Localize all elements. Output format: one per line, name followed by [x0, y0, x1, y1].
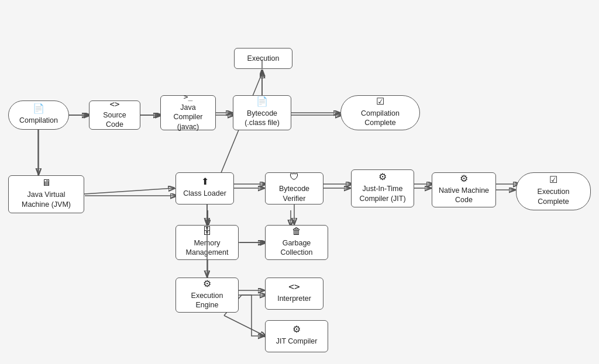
bytecode-label: Bytecode(.class file) — [245, 109, 280, 128]
bytecode-node: 📄 Bytecode(.class file) — [233, 95, 291, 130]
memory-label: MemoryManagement — [186, 238, 229, 258]
exec-complete-icon: ☑ — [549, 175, 557, 185]
jit2-icon: ⚙ — [292, 325, 301, 334]
source-code-label: Source Code — [95, 110, 134, 130]
bytecode-verifier-label: BytecodeVerifier — [279, 184, 309, 203]
interpreter-node: <> Interpreter — [265, 278, 323, 310]
class-loader-node: ⬆ Class Loader — [175, 172, 234, 204]
jit2-label: JIT Compiler — [276, 337, 318, 346]
interpreter-icon: <> — [288, 282, 300, 292]
bytecode-verifier-icon: 🛡 — [290, 172, 299, 182]
jvm-icon: 🖥 — [42, 178, 51, 188]
native-code-label: Native MachineCode — [439, 186, 489, 205]
bytecode-verifier-node: 🛡 BytecodeVerifier — [265, 172, 323, 204]
diagram: Execution 📄 Compilation <> Source Code >… — [0, 0, 599, 364]
interpreter-label: Interpreter — [277, 294, 311, 303]
compilation-complete-label: CompilationComplete — [361, 109, 400, 128]
jit-compiler-node: ⚙ Just-In-TimeCompiler (JIT) — [351, 169, 414, 207]
svg-line-29 — [84, 188, 174, 194]
svg-line-21 — [224, 316, 265, 336]
execution-engine-node: ⚙ ExecutionEngine — [175, 278, 239, 313]
gc-label: GarbageCollection — [281, 238, 313, 258]
exec-engine-label: ExecutionEngine — [191, 291, 223, 310]
native-code-icon: ⚙ — [460, 174, 468, 183]
jvm-label: Java VirtualMachine (JVM) — [22, 190, 71, 209]
execution-complete-node: ☑ ExecutionComplete — [516, 172, 591, 210]
exec-complete-label: ExecutionComplete — [538, 187, 570, 206]
compilation-label: Compilation — [19, 116, 58, 125]
jit-compiler2-node: ⚙ JIT Compiler — [265, 320, 328, 352]
source-code-icon: <> — [110, 100, 120, 108]
bytecode-icon: 📄 — [256, 97, 268, 106]
jvm-node: 🖥 Java VirtualMachine (JVM) — [8, 175, 84, 213]
class-loader-label: Class Loader — [183, 189, 226, 198]
class-loader-icon: ⬆ — [201, 177, 209, 186]
compilation-complete-node: ☑ CompilationComplete — [340, 95, 420, 130]
java-compiler-icon: >_ — [184, 93, 193, 100]
memory-management-node: 🗄 MemoryManagement — [175, 225, 239, 260]
compilation-node: 📄 Compilation — [8, 100, 69, 130]
java-compiler-label: Java Compiler(javac) — [167, 103, 209, 131]
compilation-icon: 📄 — [33, 104, 44, 113]
compilation-complete-icon: ☑ — [376, 97, 384, 106]
source-code-node: <> Source Code — [89, 100, 140, 130]
jit-icon: ⚙ — [378, 172, 387, 182]
native-machine-code-node: ⚙ Native MachineCode — [432, 172, 496, 207]
execution-node: Execution — [234, 48, 292, 69]
exec-engine-icon: ⚙ — [203, 279, 211, 289]
gc-icon: 🗑 — [292, 227, 301, 236]
java-compiler-node: >_ Java Compiler(javac) — [160, 95, 216, 130]
garbage-collection-node: 🗑 GarbageCollection — [265, 225, 328, 260]
execution-label: Execution — [247, 54, 280, 63]
memory-icon: 🗄 — [202, 227, 212, 236]
jit-label: Just-In-TimeCompiler (JIT) — [359, 184, 405, 203]
